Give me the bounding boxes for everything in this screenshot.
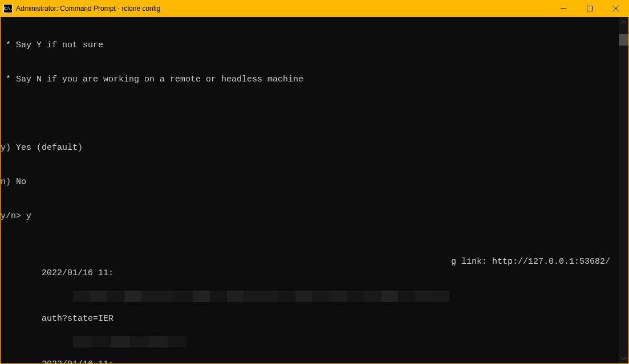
terminal-line: n) No <box>1 177 619 188</box>
line-prefix: auth?state=IER <box>42 314 113 324</box>
scrollbar-thumb[interactable] <box>619 34 628 46</box>
close-icon <box>613 6 619 11</box>
window-frame: C:\. Administrator: Command Prompt - rcl… <box>0 0 629 364</box>
terminal-line: 2022/01/16 11: g link: http://127.0.0.1:… <box>1 256 619 268</box>
terminal-line: * Say N if you are working on a remote o… <box>1 74 619 85</box>
terminal-area: * Say Y if not sure * Say N if you are w… <box>1 17 628 363</box>
scroll-up-arrow-icon[interactable] <box>619 17 628 27</box>
maximize-icon <box>587 6 593 11</box>
maximize-button[interactable] <box>577 0 603 17</box>
terminal-line <box>1 108 619 120</box>
line-prefix: 2022/01/16 11: <box>42 268 113 278</box>
scroll-down-arrow-icon[interactable] <box>619 354 628 363</box>
minimize-icon <box>561 6 566 11</box>
svg-rect-1 <box>587 6 593 11</box>
terminal-line: * Say Y if not sure <box>1 40 619 51</box>
terminal-line: y/n> y <box>1 211 619 222</box>
terminal-line: 2022/01/16 11: <box>1 347 619 359</box>
terminal-output[interactable]: * Say Y if not sure * Say N if you are w… <box>1 17 619 363</box>
minimize-button[interactable] <box>550 0 577 17</box>
window-controls <box>550 0 629 17</box>
terminal-line: y) Yes (default) <box>1 142 619 154</box>
terminal-line: auth?state=IER <box>1 302 619 313</box>
link-fragment: g link: http://127.0.0.1:53682/ <box>451 256 610 268</box>
titlebar[interactable]: C:\. Administrator: Command Prompt - rcl… <box>0 0 629 17</box>
chevron-down-icon <box>622 357 626 360</box>
line-prefix: 2022/01/16 11: <box>42 359 113 363</box>
chevron-up-icon <box>622 21 626 23</box>
vertical-scrollbar[interactable] <box>619 17 628 363</box>
redacted-block <box>73 336 187 347</box>
cmd-icon: C:\. <box>3 4 13 13</box>
close-button[interactable] <box>603 0 629 17</box>
redacted-block <box>73 291 449 302</box>
window-title: Administrator: Command Prompt - rclone c… <box>16 5 160 13</box>
